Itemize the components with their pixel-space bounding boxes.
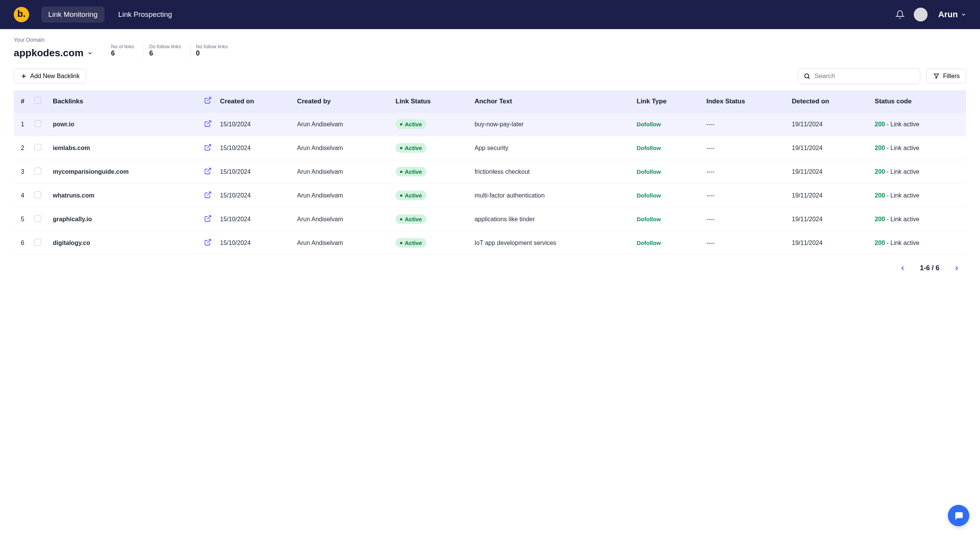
stat-label: No of links: [111, 44, 134, 49]
external-link-cell: [200, 136, 216, 160]
link-type-cell: Dofollow: [632, 113, 702, 136]
topbar: b. Link MonitoringLink Prospecting Arun: [0, 0, 980, 29]
table-row[interactable]: 2 iemlabs.com 15/10/2024 Arun Andiselvam…: [14, 136, 966, 160]
table-row[interactable]: 5 graphically.io 15/10/2024 Arun Andisel…: [14, 207, 966, 231]
filters-button[interactable]: Filters: [926, 69, 966, 84]
add-backlink-button[interactable]: Add New Backlink: [14, 69, 86, 84]
prev-page-button[interactable]: [899, 265, 906, 272]
select-all-checkbox[interactable]: [34, 97, 41, 104]
external-link-cell: [200, 113, 216, 136]
table-row[interactable]: 4 whatruns.com 15/10/2024 Arun Andiselva…: [14, 184, 966, 207]
th-backlinks[interactable]: Backlinks: [48, 90, 200, 113]
th-created-by[interactable]: Created by: [292, 90, 391, 113]
filters-label: Filters: [943, 73, 960, 80]
row-checkbox[interactable]: [34, 239, 41, 246]
stats-group: No of links6Do follow links6No follow li…: [111, 44, 228, 57]
row-number: 1: [14, 113, 31, 136]
table-body: 1 powr.io 15/10/2024 Arun Andiselvam Act…: [14, 113, 966, 255]
toolbar: Add New Backlink Filters: [0, 59, 980, 90]
backlink-cell[interactable]: whatruns.com: [48, 184, 200, 207]
anchor-text-cell: frictionless checkout: [470, 160, 632, 184]
status-code-cell: 200 - Link active: [870, 160, 966, 184]
stat-value: 6: [111, 49, 134, 57]
th-link-type[interactable]: Link Type: [632, 90, 702, 113]
th-created-on[interactable]: Created on: [216, 90, 292, 113]
external-link-icon[interactable]: [204, 167, 212, 175]
row-number: 5: [14, 207, 31, 231]
detected-on-cell: 19/11/2024: [787, 207, 871, 231]
pagination: 1-6 / 6: [0, 255, 980, 281]
status-pill: Active: [395, 119, 426, 129]
row-checkbox-cell: [31, 184, 48, 207]
anchor-text-cell: buy-now-pay-later: [470, 113, 632, 136]
external-link-icon[interactable]: [204, 238, 212, 246]
row-number: 3: [14, 160, 31, 184]
index-status-cell: ----: [702, 184, 787, 207]
plus-icon: [20, 73, 27, 80]
row-checkbox[interactable]: [34, 144, 41, 151]
backlink-cell[interactable]: powr.io: [48, 113, 200, 136]
backlink-cell[interactable]: digitalogy.co: [48, 231, 200, 255]
detected-on-cell: 19/11/2024: [787, 113, 871, 136]
external-link-icon: [204, 96, 212, 104]
anchor-text-cell: IoT app development services: [470, 231, 632, 255]
backlink-cell[interactable]: graphically.io: [48, 207, 200, 231]
link-type-cell: Dofollow: [632, 160, 702, 184]
row-checkbox[interactable]: [34, 191, 41, 198]
logo: b.: [14, 7, 29, 22]
link-type-cell: Dofollow: [632, 136, 702, 160]
add-backlink-label: Add New Backlink: [30, 73, 80, 80]
status-code-cell: 200 - Link active: [870, 184, 966, 207]
th-link-status[interactable]: Link Status: [391, 90, 470, 113]
avatar[interactable]: [914, 8, 928, 21]
table-row[interactable]: 1 powr.io 15/10/2024 Arun Andiselvam Act…: [14, 113, 966, 136]
th-checkbox: [31, 90, 48, 113]
subheader: Your Domain appkodes.com No of links6Do …: [0, 29, 980, 59]
search-input-wrap[interactable]: [798, 68, 920, 84]
row-checkbox-cell: [31, 207, 48, 231]
external-link-icon[interactable]: [204, 215, 212, 222]
stat-label: No follow links: [196, 44, 228, 49]
external-link-icon[interactable]: [204, 144, 212, 151]
link-type-cell: Dofollow: [632, 231, 702, 255]
th-index-status[interactable]: Index Status: [702, 90, 787, 113]
search-icon: [804, 73, 810, 80]
created-on-cell: 15/10/2024: [216, 231, 292, 255]
external-link-cell: [200, 160, 216, 184]
link-status-cell: Active: [391, 231, 470, 255]
external-link-icon[interactable]: [204, 120, 212, 127]
table-row[interactable]: 3 mycomparisionguide.com 15/10/2024 Arun…: [14, 160, 966, 184]
nav-tab-link-monitoring[interactable]: Link Monitoring: [41, 7, 105, 23]
table-row[interactable]: 6 digitalogy.co 15/10/2024 Arun Andiselv…: [14, 231, 966, 255]
status-code-cell: 200 - Link active: [870, 113, 966, 136]
next-page-button[interactable]: [953, 265, 960, 272]
th-status-code[interactable]: Status code: [870, 90, 966, 113]
link-status-cell: Active: [391, 207, 470, 231]
domain-name-text: appkodes.com: [14, 47, 83, 59]
user-menu[interactable]: Arun: [938, 10, 966, 20]
link-type-cell: Dofollow: [632, 184, 702, 207]
link-status-cell: Active: [391, 184, 470, 207]
external-link-cell: [200, 207, 216, 231]
username-label: Arun: [938, 10, 958, 20]
th-anchor-text[interactable]: Anchor Text: [470, 90, 632, 113]
link-status-cell: Active: [391, 113, 470, 136]
row-checkbox[interactable]: [34, 168, 41, 175]
row-checkbox[interactable]: [34, 120, 41, 127]
backlink-cell[interactable]: mycomparisionguide.com: [48, 160, 200, 184]
status-code-cell: 200 - Link active: [870, 136, 966, 160]
created-on-cell: 15/10/2024: [216, 136, 292, 160]
search-input[interactable]: [814, 72, 915, 80]
created-by-cell: Arun Andiselvam: [292, 207, 391, 231]
status-code-cell: 200 - Link active: [870, 231, 966, 255]
nav-tab-link-prospecting[interactable]: Link Prospecting: [111, 7, 179, 23]
domain-selector[interactable]: appkodes.com: [14, 47, 93, 59]
stat-block: No of links6: [111, 44, 134, 57]
stat-value: 6: [149, 49, 181, 57]
external-link-icon[interactable]: [204, 191, 212, 199]
bell-icon[interactable]: [895, 10, 905, 19]
th-detected-on[interactable]: Detected on: [787, 90, 871, 113]
backlink-cell[interactable]: iemlabs.com: [48, 136, 200, 160]
row-checkbox[interactable]: [34, 215, 41, 222]
stat-label: Do follow links: [149, 44, 181, 49]
